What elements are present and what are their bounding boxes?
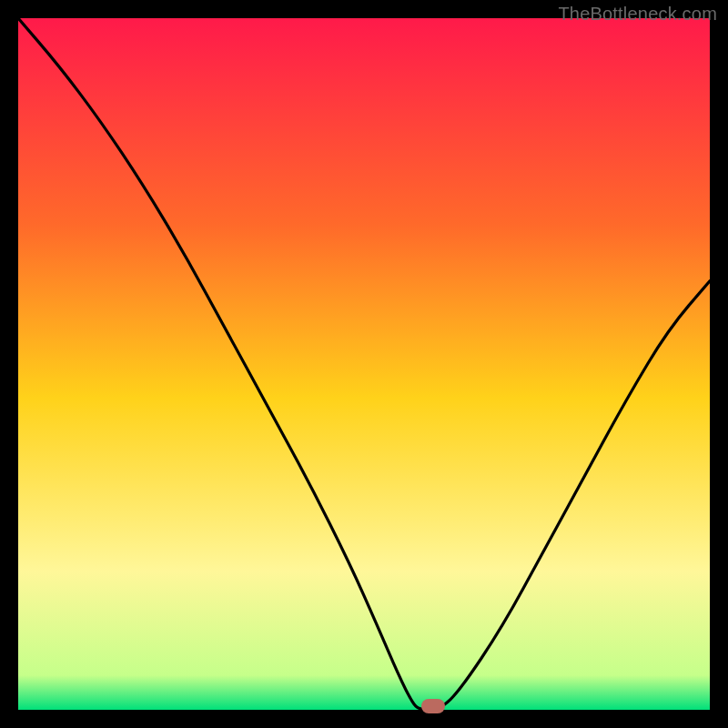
chart-svg [18,18,710,710]
chart-frame: TheBottleneck.com [0,0,728,728]
optimal-marker [421,699,445,713]
watermark-text: TheBottleneck.com [558,4,717,25]
plot-area [18,18,710,710]
gradient-background [18,18,710,710]
